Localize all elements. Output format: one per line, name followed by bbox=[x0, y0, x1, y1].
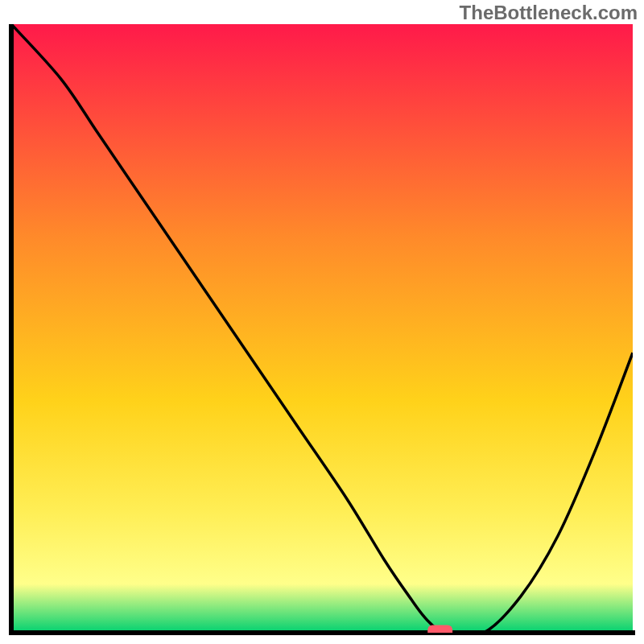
plot-frame bbox=[8, 24, 636, 636]
bottleneck-plot bbox=[8, 24, 636, 636]
brand-watermark: TheBottleneck.com bbox=[460, 2, 638, 24]
chart-stage: TheBottleneck.com bbox=[0, 0, 644, 644]
plot-background bbox=[11, 24, 633, 633]
